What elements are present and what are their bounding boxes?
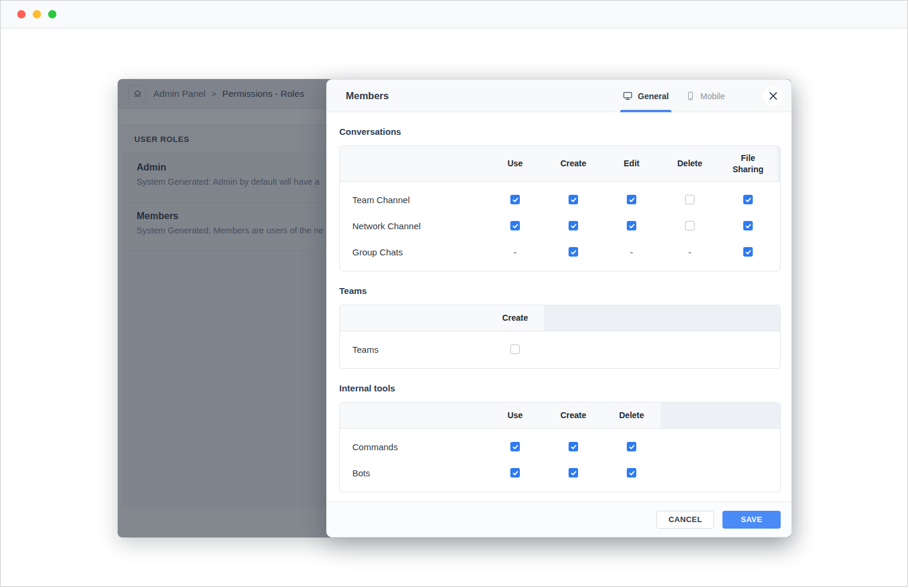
tab-bar: General Mobile (623, 80, 725, 112)
checkbox-checked[interactable] (569, 468, 578, 478)
table-header-spacer (340, 403, 486, 428)
checkbox-checked[interactable] (627, 195, 636, 204)
checkbox-checked[interactable] (743, 247, 753, 257)
row-label: Group Chats (340, 247, 486, 257)
column-header-label: Use (507, 410, 523, 421)
column-header-label: Delete (619, 410, 644, 421)
permissions-table: CreateTeams (339, 305, 781, 369)
checkbox-checked[interactable] (569, 247, 578, 257)
not-applicable-dash: - (689, 247, 692, 257)
column-header-label: Create (560, 410, 586, 421)
column-header: Delete (661, 146, 719, 181)
column-header-label: Delete (677, 158, 702, 169)
table-row: Network Channel (340, 213, 780, 239)
modal-body: ConversationsUseCreateEditDeleteFile Sha… (327, 112, 791, 502)
column-header: File Sharing (719, 146, 777, 181)
column-header: Use (486, 403, 544, 428)
permissions-section: ConversationsUseCreateEditDeleteFile Sha… (339, 127, 781, 271)
permission-cell (602, 468, 661, 478)
table-row: Team Channel (340, 186, 780, 213)
permission-cell (661, 195, 719, 204)
permission-cell (486, 221, 544, 230)
column-header: Use (486, 146, 544, 181)
permission-cell: - (486, 247, 544, 257)
tab-mobile-label: Mobile (700, 91, 725, 101)
checkbox-checked[interactable] (510, 195, 520, 204)
close-icon (769, 91, 778, 100)
checkbox-checked[interactable] (627, 442, 636, 451)
permission-cell (486, 195, 544, 204)
window-close-button[interactable] (17, 10, 26, 18)
checkbox-unchecked[interactable] (685, 195, 695, 204)
permission-cell (602, 195, 661, 204)
checkbox-unchecked[interactable] (510, 344, 520, 354)
checkbox-checked[interactable] (569, 221, 578, 230)
role-permissions-modal: Members General (326, 79, 792, 538)
permissions-section: Internal toolsUseCreateDeleteCommandsBot… (339, 383, 781, 492)
checkbox-checked[interactable] (743, 221, 753, 230)
permission-cell (486, 442, 544, 451)
column-header: Create (544, 146, 602, 181)
window-zoom-button[interactable] (48, 10, 56, 18)
column-header-label: Edit (624, 158, 639, 169)
row-label: Bots (340, 468, 486, 478)
permission-cell: - (602, 247, 661, 257)
permissions-section: TeamsCreateTeams (339, 286, 781, 369)
save-button[interactable]: SAVE (722, 511, 781, 529)
checkbox-checked[interactable] (627, 221, 636, 230)
page: Admin Panel > Permissions - Roles USER R… (0, 0, 908, 587)
column-header-label: File Sharing (727, 153, 769, 175)
column-header: Delete (602, 403, 661, 428)
table-header-spacer (340, 305, 486, 331)
modal-header: Members General (327, 80, 791, 112)
checkbox-checked[interactable] (569, 442, 578, 451)
column-header-label: Create (560, 158, 586, 169)
section-heading: Conversations (339, 127, 781, 137)
column-header: Create (544, 403, 602, 428)
row-label: Teams (340, 344, 486, 355)
checkbox-checked[interactable] (743, 195, 753, 204)
cancel-button[interactable]: CANCEL (656, 511, 714, 529)
checkbox-checked[interactable] (510, 468, 520, 478)
table-row: Teams (340, 336, 780, 362)
checkbox-checked[interactable] (569, 195, 578, 204)
permission-cell (602, 442, 661, 451)
table-header-filler (544, 305, 780, 331)
table-header-filler (777, 146, 780, 181)
checkbox-checked[interactable] (510, 221, 520, 230)
permission-cell (544, 195, 602, 204)
checkbox-unchecked[interactable] (685, 221, 695, 230)
checkbox-checked[interactable] (510, 442, 520, 451)
permission-cell (486, 468, 544, 478)
section-heading: Internal tools (339, 383, 781, 393)
table-row: Group Chats--- (340, 239, 780, 265)
table-body: Teams (340, 331, 780, 368)
column-header-label: Create (502, 312, 528, 324)
tab-general[interactable]: General (623, 80, 669, 112)
not-applicable-dash: - (514, 247, 517, 257)
permissions-table: UseCreateDeleteCommandsBots (339, 402, 781, 492)
table-header-spacer (340, 146, 486, 181)
section-heading: Teams (339, 286, 781, 296)
permission-cell (602, 221, 661, 230)
checkbox-checked[interactable] (627, 468, 636, 478)
tab-general-label: General (638, 91, 669, 101)
permissions-table: UseCreateEditDeleteFile SharingTeam Chan… (339, 146, 781, 271)
permission-cell: - (661, 247, 719, 257)
content-area: Admin Panel > Permissions - Roles USER R… (1, 29, 907, 587)
permission-cell (544, 221, 602, 230)
table-body: Team ChannelNetwork ChannelGroup Chats--… (340, 182, 780, 271)
permission-cell (719, 221, 777, 230)
table-row: Bots (340, 460, 780, 486)
close-button[interactable] (763, 86, 783, 106)
row-label: Network Channel (340, 221, 486, 231)
permission-cell (661, 221, 719, 230)
column-header: Edit (602, 146, 661, 181)
window-minimize-button[interactable] (33, 10, 41, 18)
column-header: Create (486, 305, 544, 331)
table-body: CommandsBots (340, 429, 780, 492)
table-header-row: UseCreateDelete (340, 403, 780, 429)
permission-cell (544, 468, 602, 478)
smartphone-icon (686, 91, 695, 101)
tab-mobile[interactable]: Mobile (686, 80, 725, 112)
